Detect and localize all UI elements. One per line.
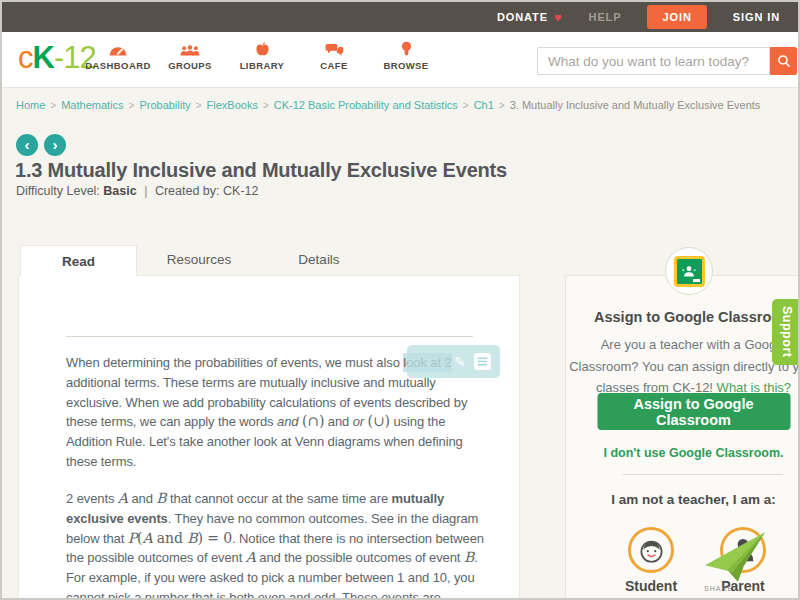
assign-description: Are you a teacher with a Google Classroo… <box>569 334 800 399</box>
student-face-icon <box>638 537 665 564</box>
nav-item-library[interactable]: LIBRARY <box>226 40 298 71</box>
assign-to-google-classroom-button[interactable]: Assign to Google Classroom <box>597 393 790 430</box>
nav-item-browse[interactable]: BROWSE <box>370 40 442 71</box>
library-apple-icon <box>255 40 270 57</box>
breadcrumb-link-chapter[interactable]: Ch1 <box>474 99 494 111</box>
nav-label: DASHBOARD <box>85 60 150 71</box>
previous-lesson-button[interactable]: ‹ <box>16 134 38 156</box>
nav-label: GROUPS <box>168 60 212 71</box>
nav-item-groups[interactable]: GROUPS <box>154 40 226 71</box>
chevron-left-icon: ‹ <box>25 137 30 152</box>
breadcrumb-separator: > <box>196 100 202 111</box>
tab-resources[interactable]: Resources <box>149 252 249 267</box>
groups-people-icon <box>179 40 201 57</box>
donate-label: DONATE <box>497 11 548 23</box>
created-by-label: Created by: <box>155 184 220 198</box>
student-label: Student <box>601 578 701 594</box>
nav-label: LIBRARY <box>240 60 285 71</box>
logo-c: c <box>18 40 33 75</box>
not-a-teacher-label: I am not a teacher, I am a: <box>566 492 800 507</box>
breadcrumb-link-home[interactable]: Home <box>16 99 45 111</box>
logo-k: K <box>33 40 54 75</box>
breadcrumb-current: 3. Mutually Inclusive and Mutually Exclu… <box>510 99 761 111</box>
nav-item-dashboard[interactable]: DASHBOARD <box>82 40 154 71</box>
breadcrumb-separator: > <box>50 100 56 111</box>
breadcrumb: Home > Mathematics > Probability > FlexB… <box>16 99 760 111</box>
cafe-chat-icon <box>325 40 344 57</box>
difficulty-label: Difficulty Level: <box>16 184 100 198</box>
student-role-button[interactable] <box>628 527 674 573</box>
breadcrumb-separator: > <box>263 100 269 111</box>
sign-in-link[interactable]: SIGN IN <box>733 11 780 23</box>
assign-description-line: Classroom? You can assign directly to yo… <box>569 356 800 378</box>
breadcrumb-link-probability[interactable]: Probability <box>139 99 190 111</box>
nav-item-cafe[interactable]: CAFE <box>298 40 370 71</box>
dashboard-gauge-icon <box>108 40 128 57</box>
help-link[interactable]: HELP <box>589 11 622 23</box>
chevron-right-icon: › <box>53 137 58 152</box>
ck12-lesson-page: DONATE ♥ HELP JOIN SIGN IN cK-12 DASHBOA… <box>0 0 800 600</box>
tab-read[interactable]: Read <box>20 245 137 276</box>
highlight-note-icon[interactable] <box>474 353 491 370</box>
support-tab[interactable]: Support <box>772 299 800 365</box>
donate-link[interactable]: DONATE ♥ <box>497 10 563 25</box>
breadcrumb-separator: > <box>463 100 469 111</box>
top-utility-bar: DONATE ♥ HELP JOIN SIGN IN <box>2 2 798 32</box>
created-by-value: CK-12 <box>223 184 258 198</box>
difficulty-value: Basic <box>103 184 136 198</box>
assign-heading: Assign to Google Classroom <box>594 309 793 325</box>
page-meta: Difficulty Level: Basic | Created by: CK… <box>16 184 258 198</box>
highlight-annotation-popup: ✎ <box>407 345 500 378</box>
search-input[interactable] <box>537 47 770 75</box>
classroom-tray <box>693 279 700 282</box>
page-title: 1.3 Mutually Inclusive and Mutually Excl… <box>15 159 507 182</box>
breadcrumb-link-book[interactable]: CK-12 Basic Probability and Statistics <box>274 99 458 111</box>
assign-description-line: Are you a teacher with a Google <box>569 334 800 356</box>
site-header: cK-12 DASHBOARD GROUPS LIBRARY <box>2 32 798 88</box>
main-nav: DASHBOARD GROUPS LIBRARY CAFE <box>82 40 442 71</box>
lesson-content-panel: When determining the probabilities of ev… <box>18 275 520 600</box>
heart-icon: ♥ <box>554 10 563 25</box>
sidebar-divider <box>623 474 783 475</box>
content-divider <box>66 336 473 337</box>
lesson-paragraph-2: 2 events A and B that cannot occur at th… <box>66 489 516 600</box>
breadcrumb-link-mathematics[interactable]: Mathematics <box>61 99 123 111</box>
breadcrumb-separator: > <box>129 100 135 111</box>
meta-separator: | <box>144 184 147 198</box>
assign-sidebar: Assign to Google Classroom Are you a tea… <box>565 275 800 600</box>
share-paper-plane-icon[interactable] <box>705 530 765 587</box>
join-button[interactable]: JOIN <box>647 5 706 29</box>
no-google-classroom-link[interactable]: I don't use Google Classroom. <box>566 446 800 460</box>
highlight-pencil-icon[interactable]: ✎ <box>454 354 466 370</box>
breadcrumb-link-flexbooks[interactable]: FlexBooks <box>207 99 258 111</box>
google-classroom-badge <box>665 247 713 295</box>
search-button[interactable] <box>770 47 797 75</box>
google-classroom-icon <box>674 256 705 287</box>
nav-label: CAFE <box>320 60 347 71</box>
next-lesson-button[interactable]: › <box>44 134 66 156</box>
nav-label: BROWSE <box>383 60 428 71</box>
breadcrumb-separator: > <box>499 100 505 111</box>
search-icon <box>777 54 791 68</box>
browse-bulb-icon <box>401 40 412 57</box>
tab-details[interactable]: Details <box>269 252 369 267</box>
